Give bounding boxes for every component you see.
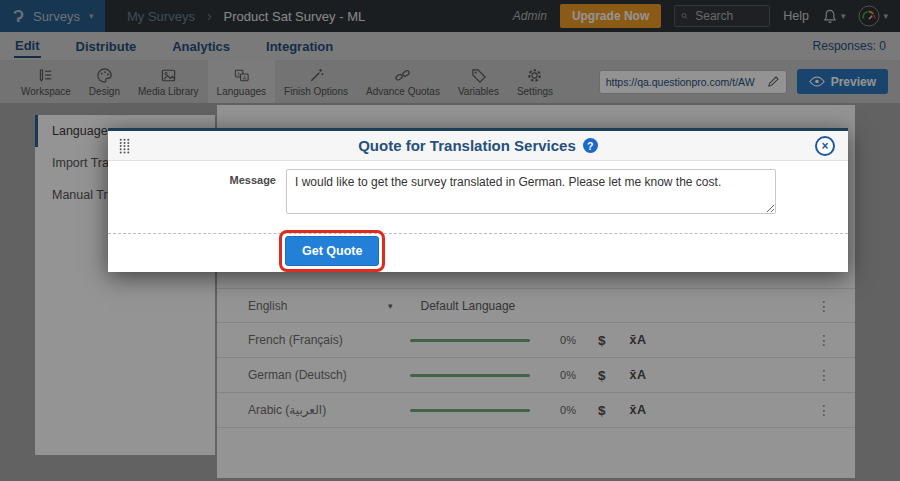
message-textarea[interactable]: I would like to get the survey translate… (286, 169, 776, 214)
drag-handle-icon[interactable] (119, 138, 130, 158)
get-quote-button[interactable]: Get Quote (285, 236, 379, 266)
quote-translation-modal: Quote for Translation Services ? × Messa… (108, 128, 848, 272)
help-icon[interactable]: ? (583, 138, 598, 153)
modal-title: Quote for Translation Services (358, 137, 576, 154)
message-label: Message (108, 169, 286, 214)
app-window: Ɂ Surveys ▾ My Surveys › Product Sat Sur… (0, 0, 900, 481)
modal-header: Quote for Translation Services ? × (108, 131, 848, 161)
modal-body: Message I would like to get the survey t… (108, 161, 848, 214)
modal-footer: Get Quote (108, 234, 848, 274)
annotation-highlight-ring: Get Quote (279, 230, 385, 272)
close-icon[interactable]: × (815, 136, 835, 156)
